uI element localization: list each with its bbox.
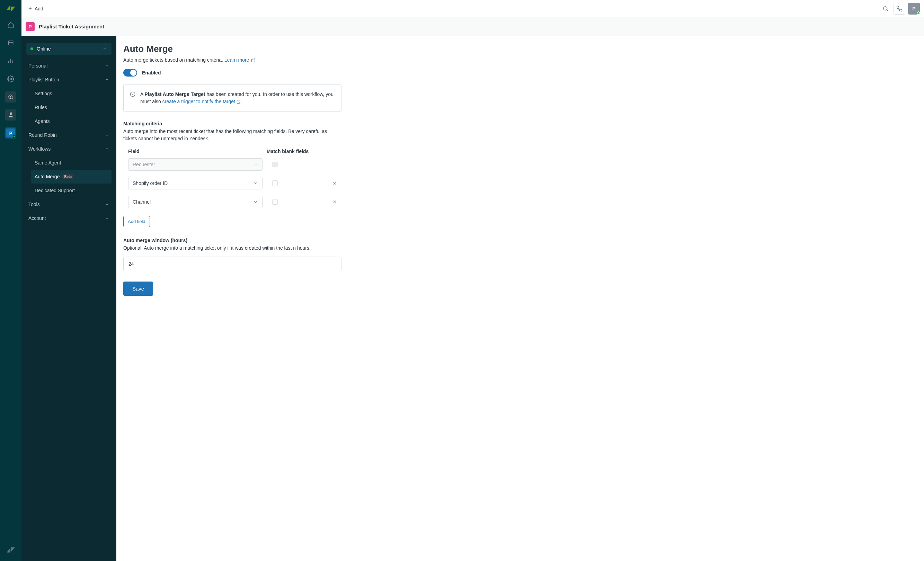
svg-marker-1 — [11, 7, 15, 11]
sidebar-section-round-robin[interactable]: Round Robin — [26, 128, 111, 142]
svg-marker-14 — [11, 548, 15, 552]
sidebar-item-rules[interactable]: Rules — [31, 100, 111, 114]
table-header: Field Match blank fields — [123, 148, 342, 154]
match-blank-checkbox[interactable] — [272, 180, 278, 186]
field-row: Channel — [123, 196, 342, 208]
avatar-status-dot-icon — [917, 11, 920, 15]
content-subtitle: Auto merge tickets based on matching cri… — [123, 57, 342, 63]
chevron-down-icon — [105, 63, 110, 68]
topbar: Add P — [21, 0, 924, 17]
toggle-knob-icon — [130, 70, 136, 76]
window-desc: Optional. Auto merge into a matching tic… — [123, 244, 342, 252]
content-area: Auto Merge Auto merge tickets based on m… — [116, 36, 924, 561]
body: Online Personal Playlist Button Settings… — [21, 36, 924, 561]
enable-row: Enabled — [123, 69, 342, 76]
svg-marker-0 — [6, 5, 10, 10]
content-title: Auto Merge — [123, 44, 342, 54]
chevron-up-icon — [105, 147, 110, 152]
search-zoom-icon[interactable] — [5, 92, 16, 102]
global-nav-rail: P — [0, 0, 21, 561]
sidebar-item-same-agent[interactable]: Same Agent — [31, 156, 111, 170]
status-label: Online — [37, 46, 51, 52]
sidebar-section-personal[interactable]: Personal — [26, 59, 111, 73]
page-header: P Playlist Ticket Assignment — [21, 17, 924, 36]
fields-table: Field Match blank fields Requester — [123, 148, 342, 208]
field-row: Requester — [123, 158, 342, 171]
beta-badge: Beta — [62, 174, 74, 179]
enabled-toggle[interactable] — [123, 69, 137, 76]
sidebar-item-dedicated-support[interactable]: Dedicated Support — [31, 183, 111, 197]
matching-criteria-desc: Auto merge into the most recent ticket t… — [123, 128, 342, 142]
sidebar-section-account[interactable]: Account — [26, 211, 111, 225]
field-select-channel[interactable]: Channel — [128, 196, 262, 208]
svg-marker-13 — [7, 548, 10, 552]
svg-line-19 — [253, 59, 255, 61]
sidebar-item-auto-merge[interactable]: Auto Merge Beta — [31, 170, 111, 183]
chevron-down-icon — [105, 133, 110, 138]
svg-point-17 — [884, 7, 887, 10]
field-row: Shopify order ID — [123, 177, 342, 189]
user-avatar[interactable]: P — [908, 3, 920, 15]
chevron-down-icon — [105, 202, 110, 207]
home-icon[interactable] — [5, 20, 16, 30]
status-dot-icon — [13, 135, 16, 138]
page-title: Playlist Ticket Assignment — [39, 24, 104, 29]
field-select-requester: Requester — [128, 158, 262, 171]
admin-gear-icon[interactable] — [5, 74, 16, 84]
info-icon — [130, 92, 135, 105]
learn-more-link[interactable]: Learn more — [224, 57, 255, 63]
app-badge-icon: P — [26, 22, 34, 31]
window-hours-input[interactable] — [123, 256, 342, 271]
status-dropdown[interactable]: Online — [26, 43, 111, 55]
add-label: Add — [34, 6, 43, 11]
svg-point-7 — [10, 78, 12, 80]
svg-line-23 — [238, 100, 240, 102]
column-blank-header: Match blank fields — [267, 148, 309, 154]
matching-criteria-title: Matching criteria — [123, 121, 342, 126]
add-button[interactable]: Add — [26, 4, 45, 13]
sidebar-section-tools[interactable]: Tools — [26, 197, 111, 211]
window-title: Auto merge window (hours) — [123, 237, 342, 243]
match-blank-checkbox — [272, 162, 278, 167]
main-column: Add P P Playlist Ticket Assignment Onlin… — [21, 0, 924, 561]
alert-text: A Playlist Auto Merge Target has been cr… — [140, 91, 335, 105]
create-trigger-link[interactable]: create a trigger to notify the target — [162, 99, 241, 104]
chevron-down-icon — [102, 46, 107, 51]
column-field-header: Field — [128, 148, 267, 154]
field-select-shopify[interactable]: Shopify order ID — [128, 177, 262, 189]
svg-rect-2 — [8, 41, 13, 45]
add-field-button[interactable]: Add field — [123, 216, 150, 227]
person-upload-icon[interactable] — [5, 110, 16, 120]
svg-line-18 — [886, 10, 888, 11]
enabled-label: Enabled — [142, 70, 161, 75]
chevron-down-icon — [105, 216, 110, 220]
sidebar-item-agents[interactable]: Agents — [31, 114, 111, 128]
zendesk-mark-icon[interactable] — [5, 544, 16, 555]
remove-field-button[interactable] — [331, 200, 338, 204]
match-blank-checkbox[interactable] — [272, 199, 278, 205]
playlist-app-icon[interactable]: P — [5, 128, 16, 138]
sidebar-item-settings[interactable]: Settings — [31, 87, 111, 100]
reporting-icon[interactable] — [5, 56, 16, 66]
info-alert: A Playlist Auto Merge Target has been cr… — [123, 84, 342, 112]
zendesk-logo-icon[interactable] — [6, 3, 16, 13]
svg-point-12 — [10, 113, 12, 115]
avatar-letter: P — [912, 6, 915, 11]
search-icon[interactable] — [880, 3, 891, 15]
app-sidebar: Online Personal Playlist Button Settings… — [21, 36, 116, 561]
online-dot-icon — [30, 48, 33, 50]
remove-field-button[interactable] — [331, 181, 338, 186]
save-button[interactable]: Save — [123, 282, 153, 296]
views-icon[interactable] — [5, 38, 16, 48]
sidebar-section-playlist-button[interactable]: Playlist Button — [26, 73, 111, 87]
svg-line-9 — [12, 98, 13, 99]
phone-icon[interactable] — [894, 3, 905, 15]
chevron-up-icon — [105, 77, 110, 82]
sidebar-section-workflows[interactable]: Workflows — [26, 142, 111, 156]
